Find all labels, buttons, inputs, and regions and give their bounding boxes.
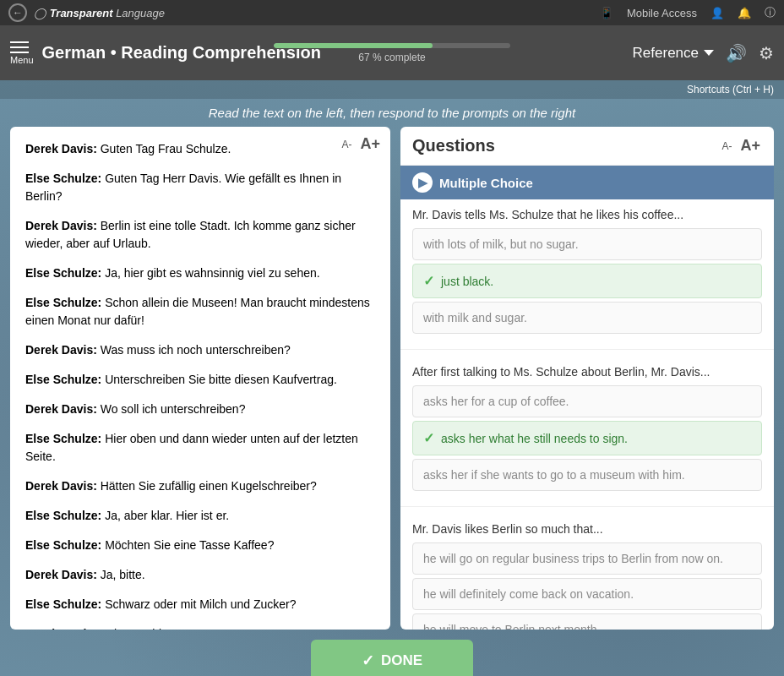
questions-panel: Questions A- A+ ▶ Multiple Choice Mr. Da… [400, 127, 774, 630]
speaker-text: Schwarz oder mit Milch und Zucker? [101, 597, 296, 611]
dialogue-block: Derek Davis: Was muss ich noch unterschr… [25, 341, 375, 359]
reference-button[interactable]: Reference [633, 45, 714, 62]
menu-button[interactable]: Menu [10, 41, 34, 65]
progress-bar-container [274, 43, 510, 48]
speaker-text: Wo soll ich unterschreiben? [97, 402, 246, 416]
speaker-name: Derek Davis: [25, 343, 97, 357]
question-section-1: Mr. Davis tells Ms. Schulze that he like… [400, 199, 774, 342]
q-font-increase-button[interactable]: A+ [738, 135, 762, 156]
question-divider [400, 506, 774, 507]
top-nav-left: ← ◯ Transparent Language ​ [8, 3, 166, 22]
correct-checkmark: ✓ [423, 273, 434, 289]
answer-text: he will move to Berlin next month. [423, 623, 600, 630]
question-text-3: Mr. Davis likes Berlin so much that... [412, 522, 762, 536]
chevron-down-icon [704, 50, 714, 56]
answer-option-3-2[interactable]: he will definitely come back on vacation… [412, 578, 762, 610]
dialogue-block: Else Schulze: Hier oben und dann wieder … [25, 430, 375, 466]
speaker-name: Else Schulze: [25, 296, 101, 309]
speaker-text: Hätten Sie zufällig einen Kugelschreiber… [97, 479, 317, 493]
font-increase-button[interactable]: A+ [358, 134, 382, 155]
speaker-text: Unterschreiben Sie bitte diesen Kaufvert… [101, 373, 337, 386]
answer-text: asks her what he still needs to sign. [441, 432, 628, 445]
dialogue-block: Else Schulze: Schwarz oder mit Milch und… [25, 596, 375, 613]
settings-icon[interactable]: ⚙ [759, 43, 774, 63]
mobile-access-label[interactable]: Mobile Access [627, 7, 697, 19]
top-nav: ← ◯ Transparent Language ​ 📱 Mobile Acce… [0, 0, 784, 25]
volume-icon[interactable]: 🔊 [726, 43, 747, 63]
reading-font-controls: A- A+ [340, 134, 382, 155]
dialogue-block: Derek Davis: Wo soll ich unterschreiben? [25, 401, 375, 418]
dialogue-block: Else Schulze: Ja, hier gibt es wahnsinni… [25, 264, 375, 282]
speaker-name: Else Schulze: [25, 266, 101, 280]
question-text-1: Mr. Davis tells Ms. Schulze that he like… [412, 208, 762, 221]
questions-title: Questions [412, 136, 495, 155]
top-nav-right: 📱 Mobile Access 👤 🔔 ⓘ [600, 5, 776, 20]
questions-header: Questions A- A+ [400, 127, 774, 166]
done-check-icon: ✓ [362, 651, 374, 670]
question-divider [400, 349, 774, 350]
answer-option-2-1[interactable]: asks her for a cup of coffee. [412, 385, 762, 417]
speaker-name: Derek Davis: [25, 142, 97, 155]
help-icon: ⓘ [765, 5, 776, 20]
done-button[interactable]: ✓ DONE [311, 640, 473, 676]
answer-option-1-1[interactable]: with lots of milk, but no sugar. [412, 228, 762, 260]
font-decrease-button[interactable]: A- [340, 137, 353, 152]
dialogue-container: Derek Davis: Guten Tag Frau Schulze.Else… [25, 140, 375, 630]
answer-text: with lots of milk, but no sugar. [423, 237, 579, 251]
speaker-name: Else Schulze: [25, 172, 101, 185]
menu-label: Menu [10, 55, 34, 65]
speaker-name: Derek Davis: [25, 402, 97, 416]
speaker-text: Ja, aber klar. Hier ist er. [101, 509, 229, 522]
speaker-name: Derek Davis: [25, 568, 97, 581]
toolbar-right: Reference 🔊 ⚙ [633, 43, 774, 63]
dialogue-block: Else Schulze: Guten Tag Herr Davis. Wie … [25, 170, 375, 205]
question-text-2: After first talking to Ms. Schulze about… [412, 365, 762, 379]
back-button[interactable]: ← [8, 3, 27, 22]
answer-option-2-2[interactable]: ✓asks her what he still needs to sign. [412, 421, 762, 455]
shortcuts-bar: Shortcuts (Ctrl + H) [0, 80, 784, 99]
progress-section: 67 % complete [265, 43, 519, 63]
answer-text: just black. [441, 275, 493, 288]
correct-checkmark: ✓ [423, 430, 434, 446]
answer-option-2-3[interactable]: asks her if she wants to go to a museum … [412, 459, 762, 491]
answer-option-3-3[interactable]: he will move to Berlin next month. [412, 613, 762, 630]
mobile-icon: 📱 [600, 7, 613, 19]
speaker-name: Else Schulze: [25, 432, 101, 445]
done-section: ✓ DONE [0, 630, 784, 676]
instruction-text: Read the text on the left, then respond … [209, 106, 575, 120]
bell-icon: 🔔 [738, 7, 751, 19]
multiple-choice-icon: ▶ [412, 172, 433, 193]
q-font-decrease-button[interactable]: A- [720, 139, 733, 154]
shortcuts-label: Shortcuts (Ctrl + H) [687, 84, 774, 95]
back-icon: ← [13, 7, 23, 19]
speaker-text: Ja, hier gibt es wahnsinnig viel zu sehe… [101, 266, 319, 280]
answer-option-3-1[interactable]: he will go on regular business trips to … [412, 542, 762, 575]
reference-label: Reference [633, 45, 699, 62]
speaker-name: Else Schulze: [25, 509, 101, 522]
dialogue-block: Derek Davis: Ja, bitte. [25, 566, 375, 584]
answer-text: with milk and sugar. [423, 311, 527, 324]
questions-container: Mr. Davis tells Ms. Schulze that he like… [400, 199, 774, 630]
reading-panel: A- A+ Derek Davis: Guten Tag Frau Schulz… [10, 127, 390, 630]
progress-label: 67 % complete [358, 52, 425, 63]
done-label: DONE [381, 652, 422, 669]
speaker-text: Was muss ich noch unterschreiben? [97, 343, 291, 357]
instruction-bar: Read the text on the left, then respond … [0, 99, 784, 127]
dialogue-block: Else Schulze: Unterschreiben Sie bitte d… [25, 371, 375, 389]
answer-option-1-2[interactable]: ✓just black. [412, 264, 762, 298]
speaker-name: Derek Davis: [25, 219, 97, 232]
speaker-name: Else Schulze: [25, 597, 101, 611]
speaker-text: Möchten Sie eine Tasse Kaffee? [101, 538, 274, 552]
logo: ◯ Transparent Language ​ [34, 7, 166, 19]
answer-text: asks her for a cup of coffee. [423, 395, 569, 408]
questions-font-controls: A- A+ [720, 135, 762, 156]
question-section-2: After first talking to Ms. Schulze about… [400, 357, 774, 499]
speaker-text: Ja, bitte. [97, 568, 145, 581]
speaker-name: Derek Davis: [25, 479, 97, 493]
answer-option-1-3[interactable]: with milk and sugar. [412, 302, 762, 334]
progress-bar-fill [274, 43, 433, 48]
dialogue-block: Else Schulze: Ja, aber klar. Hier ist er… [25, 507, 375, 525]
dialogue-block: Else Schulze: Möchten Sie eine Tasse Kaf… [25, 537, 375, 554]
user-icon: 👤 [710, 7, 724, 19]
main-toolbar: Menu German • Reading Comprehension 67 %… [0, 25, 784, 80]
